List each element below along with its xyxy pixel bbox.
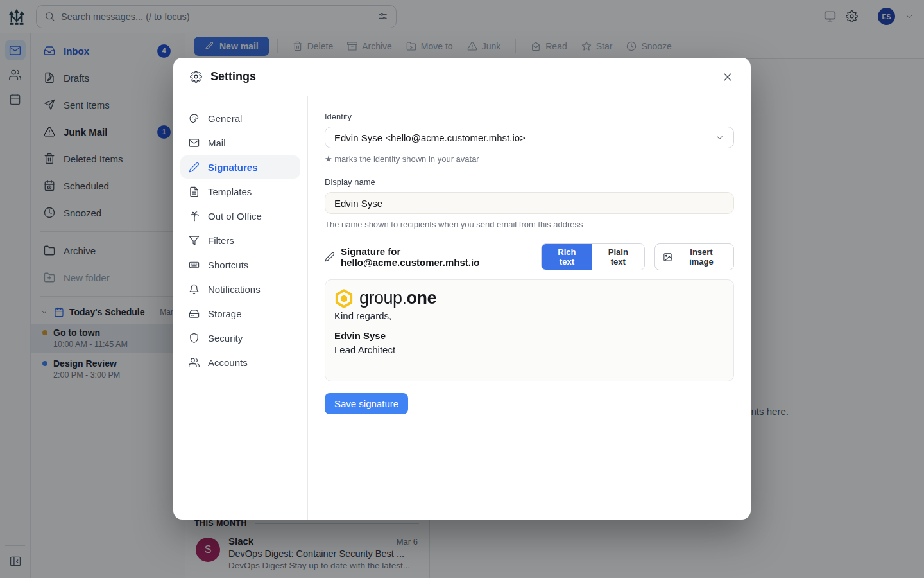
identity-helper: ★ marks the identity shown in your avata…: [325, 154, 734, 164]
image-icon: [663, 252, 672, 262]
signature-line: Kind regards,: [334, 310, 724, 321]
gear-icon: [190, 71, 202, 83]
settings-nav-templates[interactable]: Templates: [180, 180, 300, 203]
palm-tree-icon: [189, 211, 200, 222]
group-one-hexagon-icon: [334, 289, 354, 308]
display-name-input[interactable]: [325, 192, 734, 214]
settings-modal-header: Settings: [173, 58, 751, 96]
file-text-icon: [189, 186, 200, 197]
chevron-down-icon: [715, 133, 724, 143]
settings-nav-filters[interactable]: Filters: [180, 229, 300, 252]
palette-icon: [189, 113, 200, 124]
mail-icon: [189, 137, 200, 148]
close-icon: [721, 71, 734, 83]
settings-nav-mail[interactable]: Mail: [180, 131, 300, 154]
settings-nav-notifications[interactable]: Notifications: [180, 277, 300, 301]
insert-image-button[interactable]: Insert image: [654, 243, 734, 270]
rich-text-button[interactable]: Rich text: [542, 244, 592, 270]
signature-editor[interactable]: group.one Kind regards, Edvin Syse Lead …: [325, 279, 734, 381]
identity-label: Identity: [325, 112, 734, 121]
settings-nav-accounts[interactable]: Accounts: [180, 351, 300, 374]
settings-nav-signatures[interactable]: Signatures: [180, 155, 300, 179]
group-one-wordmark: group.one: [359, 288, 436, 308]
hard-drive-icon: [189, 308, 200, 319]
modal-title: Settings: [210, 70, 256, 83]
plain-text-button[interactable]: Plain text: [592, 244, 644, 270]
display-name-helper: The name shown to recipients when you se…: [325, 220, 734, 229]
settings-content: Identity Edvin Syse <hello@acme.customer…: [308, 96, 751, 520]
pen-icon: [189, 162, 200, 173]
settings-nav-storage[interactable]: Storage: [180, 302, 300, 325]
signature-logo: group.one: [334, 288, 724, 308]
settings-nav-out-of-office[interactable]: Out of Office: [180, 204, 300, 227]
settings-nav-security[interactable]: Security: [180, 326, 300, 349]
signature-mode-toggle: Rich text Plain text: [541, 243, 645, 270]
settings-modal: Settings General Mail Signatures Templat…: [173, 58, 751, 520]
users-icon: [189, 357, 200, 368]
pen-icon: [325, 252, 335, 262]
keyboard-icon: [189, 259, 200, 270]
display-name-label: Display name: [325, 177, 734, 187]
identity-select[interactable]: Edvin Syse <hello@acme.customer.mhst.io>: [325, 127, 734, 148]
settings-nav-shortcuts[interactable]: Shortcuts: [180, 253, 300, 276]
bell-icon: [189, 284, 200, 295]
settings-nav: General Mail Signatures Templates Out of…: [173, 96, 308, 520]
signature-name: Edvin Syse: [334, 330, 724, 341]
funnel-icon: [189, 235, 200, 246]
save-signature-button[interactable]: Save signature: [325, 393, 408, 414]
signature-role: Lead Architect: [334, 344, 724, 355]
settings-nav-general[interactable]: General: [180, 107, 300, 130]
signature-heading: Signature for hello@acme.customer.mhst.i…: [325, 246, 541, 268]
close-button[interactable]: [721, 71, 734, 83]
shield-icon: [189, 333, 200, 344]
